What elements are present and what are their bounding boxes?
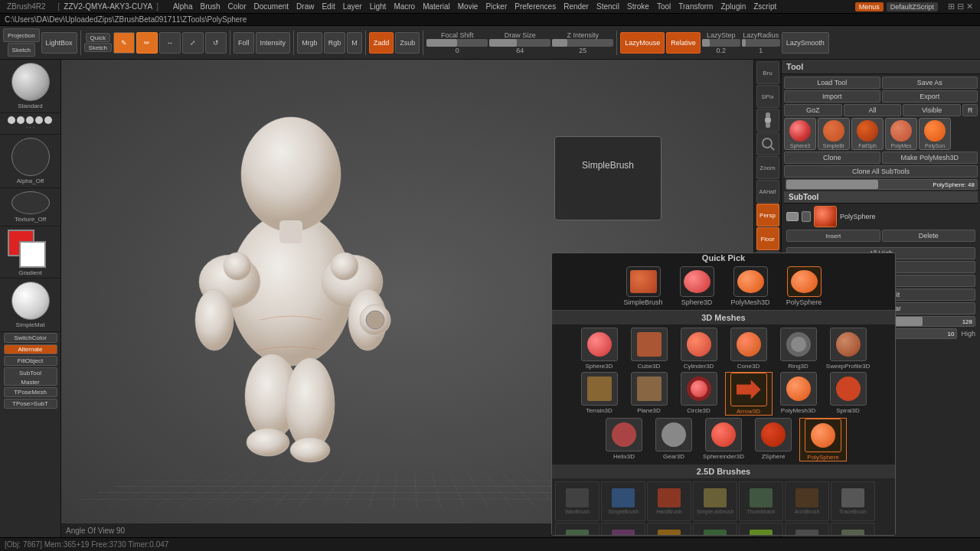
zoom-btn[interactable] bbox=[756, 132, 779, 155]
menu-alpha[interactable]: Alpha bbox=[170, 2, 196, 11]
brush-arch2[interactable]: ArchBrush bbox=[831, 523, 875, 536]
subtool-master-btn[interactable]: SubToolMaster bbox=[4, 367, 57, 386]
r-btn[interactable]: R bbox=[962, 104, 978, 116]
polymesh-tool[interactable]: PolyMes bbox=[885, 118, 917, 150]
default-zscript-btn[interactable]: DefaultZScript bbox=[887, 2, 938, 11]
qp-simplebrush[interactable]: SimpleBrush bbox=[619, 266, 668, 306]
brush-trace[interactable]: TraceBrush bbox=[831, 481, 875, 521]
menu-picker[interactable]: Picker bbox=[482, 2, 510, 11]
relative-btn[interactable]: Relative bbox=[666, 32, 701, 54]
brush-wax[interactable]: WaxBrush bbox=[555, 481, 599, 521]
rotate-btn[interactable]: ↺ bbox=[205, 32, 227, 54]
scroll-btn[interactable] bbox=[756, 109, 779, 132]
export-btn[interactable]: Export bbox=[882, 90, 978, 103]
spix-btn[interactable]: SPix bbox=[756, 85, 779, 108]
lazyradius-slider[interactable] bbox=[742, 39, 780, 47]
brush-blade[interactable]: Blade.Cutter bbox=[601, 523, 645, 536]
all-btn[interactable]: All bbox=[844, 104, 902, 116]
m-btn[interactable]: M bbox=[347, 32, 362, 54]
lightbox-btn[interactable]: LightBox bbox=[41, 32, 77, 54]
fallsphere-tool[interactable]: FallSph bbox=[851, 118, 884, 150]
color-block[interactable] bbox=[8, 230, 54, 268]
color-swatch-item[interactable]: Gradient bbox=[0, 227, 60, 279]
lazymouse-btn[interactable]: LazyMouse bbox=[620, 32, 665, 54]
foll-btn[interactable]: Foll bbox=[234, 32, 254, 54]
brush-chain[interactable]: Chainmask bbox=[693, 523, 737, 536]
move-btn[interactable]: ↔ bbox=[159, 32, 181, 54]
mrgb-btn[interactable]: Mrgb bbox=[297, 32, 322, 54]
mesh-arrow3d[interactable]: Arrow3D bbox=[725, 372, 773, 416]
qp-polymesh3d[interactable]: PolyMesh3D bbox=[726, 266, 776, 306]
stroke-preview[interactable]: · · · bbox=[0, 113, 60, 135]
sketch-btn[interactable]: Sketch bbox=[8, 43, 35, 57]
menu-brush[interactable]: Brush bbox=[197, 2, 223, 11]
mesh-spiral3d[interactable]: Spiral3D bbox=[825, 372, 872, 416]
zsub-btn[interactable]: Zsub bbox=[395, 32, 420, 54]
goz-btn[interactable]: GoZ bbox=[784, 104, 842, 116]
focal-shift-slider[interactable] bbox=[426, 39, 488, 47]
clone-btn[interactable]: Clone bbox=[784, 152, 880, 164]
persp-btn[interactable]: Persp bbox=[756, 204, 779, 227]
bru-btn[interactable]: Bru bbox=[756, 61, 779, 84]
menu-tool[interactable]: Tool bbox=[654, 2, 674, 11]
mesh-gear3d[interactable]: Gear3D bbox=[650, 418, 697, 461]
delete-btn[interactable]: Delete bbox=[882, 230, 976, 242]
mesh-cube3d[interactable]: Cube3D bbox=[626, 328, 673, 370]
save-as-btn[interactable]: Save As bbox=[882, 77, 978, 89]
menu-edit[interactable]: Edit bbox=[318, 2, 338, 11]
texture-item[interactable]: Texture_Off bbox=[0, 188, 60, 227]
alternate-btn[interactable]: Alternate bbox=[4, 344, 57, 354]
lazysmooth-btn[interactable]: LazySmooth bbox=[782, 32, 829, 54]
menus-btn[interactable]: Menus bbox=[855, 2, 884, 11]
menu-stencil[interactable]: Stencil bbox=[593, 2, 622, 11]
background-color[interactable] bbox=[19, 241, 46, 268]
menu-layer[interactable]: Layer bbox=[340, 2, 365, 11]
quick-btn[interactable]: Quick bbox=[86, 33, 110, 42]
scale-btn[interactable]: ⤢ bbox=[182, 32, 204, 54]
mesh-sphereinder3d[interactable]: Sphereinder3D bbox=[700, 418, 747, 461]
mesh-polysphere[interactable]: PolySphere bbox=[799, 418, 847, 461]
qp-polysphere[interactable]: PolySphere bbox=[779, 266, 829, 306]
make-polymesh-btn[interactable]: Make PolyMesh3D bbox=[882, 152, 978, 164]
menu-macro[interactable]: Macro bbox=[390, 2, 418, 11]
mesh-sweep3d[interactable]: SweepProfile3D bbox=[825, 328, 872, 370]
import-btn[interactable]: Import bbox=[784, 90, 880, 103]
visible-btn[interactable]: Visible bbox=[903, 104, 961, 116]
mesh-terrain3d[interactable]: Terrain3D bbox=[576, 372, 623, 416]
load-tool-btn[interactable]: Load Tool bbox=[784, 77, 880, 89]
fill-object-btn[interactable]: FillObject bbox=[4, 356, 57, 366]
mesh-sphere3d[interactable]: Sphere3D bbox=[576, 328, 623, 370]
brush-thumbtrack[interactable]: Thumbtrack bbox=[739, 481, 783, 521]
menu-material[interactable]: Material bbox=[420, 2, 453, 11]
clone-all-btn[interactable]: Clone All SubTools bbox=[784, 165, 978, 178]
lazystep-slider[interactable] bbox=[702, 39, 740, 47]
edit-btn[interactable]: ✎ bbox=[113, 32, 135, 54]
brush-airbrush[interactable]: Simple.airbrush bbox=[693, 481, 737, 521]
brush-mask[interactable]: MaskBrush bbox=[555, 523, 599, 536]
mesh-zsphere[interactable]: ZSphere bbox=[750, 418, 797, 461]
brush-simple[interactable]: SimpleBrush bbox=[601, 481, 645, 521]
menu-light[interactable]: Light bbox=[367, 2, 390, 11]
tpose-mesh-btn[interactable]: TPoseMesh bbox=[4, 387, 57, 397]
menu-preferences[interactable]: Preferences bbox=[511, 2, 559, 11]
aahalf-btn[interactable]: AAHalf bbox=[756, 180, 779, 203]
brush-preview[interactable]: Standard bbox=[0, 60, 60, 113]
sketch2-btn[interactable]: Sketch bbox=[84, 43, 112, 52]
mesh-cylinder3d[interactable]: Cylinder3D bbox=[675, 328, 723, 370]
simplebrush-tool[interactable]: SimpleBr bbox=[818, 118, 850, 150]
zadd-btn[interactable]: Zadd bbox=[369, 32, 394, 54]
menu-transform[interactable]: Transform bbox=[675, 2, 716, 11]
insert-btn[interactable]: Insert bbox=[786, 230, 880, 242]
menu-render[interactable]: Render bbox=[560, 2, 592, 11]
actual-btn[interactable]: Zoom bbox=[756, 156, 779, 179]
menu-zplugin[interactable]: Zplugin bbox=[717, 2, 749, 11]
brush-tech[interactable]: TechBrush bbox=[785, 523, 829, 536]
mesh-polymesh3d[interactable]: PolyMesh3D bbox=[775, 372, 822, 416]
brush-arch[interactable]: ArchBrush bbox=[785, 481, 829, 521]
intensity-btn[interactable]: Intensity bbox=[256, 32, 291, 54]
menu-stroke[interactable]: Stroke bbox=[624, 2, 652, 11]
floor-btn[interactable]: Floor bbox=[756, 227, 779, 250]
alpha-item[interactable]: Alpha_Off bbox=[0, 135, 60, 188]
menu-movie[interactable]: Movie bbox=[455, 2, 482, 11]
sphere3d-tool[interactable]: Sphere3 bbox=[784, 118, 816, 150]
